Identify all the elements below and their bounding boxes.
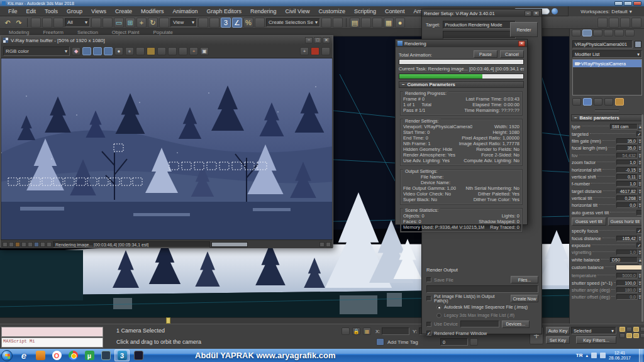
track-mouse-icon[interactable]: +	[189, 47, 198, 55]
clear-image-icon[interactable]	[157, 47, 166, 55]
orbit-icon[interactable]	[633, 333, 639, 338]
menu-item[interactable]: File	[4, 6, 22, 16]
frame-spinner-icon[interactable]	[470, 338, 478, 346]
absolute-mode-icon[interactable]: ▦	[363, 327, 371, 335]
use-pivot-center-icon[interactable]	[198, 18, 208, 28]
select-and-rotate-icon[interactable]: ↻	[148, 18, 158, 28]
menu-item[interactable]: Views	[87, 6, 111, 16]
parameter-value[interactable]: 1,0	[616, 181, 638, 187]
save-file-checkbox[interactable]	[426, 277, 431, 282]
parameter-value[interactable]: 0,268	[616, 195, 638, 201]
files-button[interactable]: Files...	[511, 276, 538, 283]
isolate-selection-icon[interactable]	[341, 327, 350, 335]
undo-icon[interactable]: ↶	[3, 18, 13, 28]
maxscript-mini-listener[interactable]: MAXScript Mi	[1, 337, 103, 348]
follow-mouse-icon[interactable]: +	[300, 47, 309, 55]
vfb-channel-dropdown[interactable]: RGB color ▾	[3, 47, 70, 56]
auto-key-button[interactable]: Auto Key	[546, 327, 570, 334]
vfb-expand-icon[interactable]	[319, 242, 325, 247]
curve-editor-icon[interactable]	[372, 18, 382, 28]
monochrome-icon[interactable]: ●	[125, 47, 134, 55]
menu-item[interactable]: Graph Editors	[202, 6, 246, 16]
red-channel-icon[interactable]	[82, 47, 91, 55]
macro-recorder-pane[interactable]	[1, 327, 103, 337]
basic-parameters-rollout[interactable]: − Basic parameters	[571, 114, 642, 121]
parameter-value[interactable]: 0,11	[616, 174, 638, 180]
pin-stack-icon[interactable]	[572, 98, 581, 106]
select-by-name-icon[interactable]	[103, 18, 113, 28]
window-maximize-button[interactable]	[624, 1, 632, 6]
percent-snap-icon[interactable]: %	[243, 18, 253, 28]
minimize-icon[interactable]: −	[525, 11, 531, 16]
network-icon[interactable]	[591, 353, 597, 358]
tab-modify[interactable]	[582, 30, 592, 36]
show-end-result-icon[interactable]	[583, 98, 592, 106]
select-and-scale-icon[interactable]	[159, 18, 169, 28]
reference-coordinate-dropdown[interactable]: View ▾	[170, 18, 197, 27]
panel-scrollbar[interactable]	[641, 114, 643, 322]
parameter-value[interactable]: 1,0	[616, 250, 638, 255]
graphite-ribbon-icon[interactable]	[361, 18, 371, 28]
vfb-folder-icon[interactable]	[15, 242, 20, 247]
autodesk-imsq-radio[interactable]	[436, 305, 441, 310]
stop-render-icon[interactable]	[311, 47, 319, 55]
internet-explorer[interactable]: e	[16, 349, 31, 361]
parameter-value[interactable]: 5000,0	[616, 273, 638, 278]
menu-item[interactable]: Tools	[40, 6, 62, 16]
blue-channel-icon[interactable]	[104, 47, 113, 55]
3ds-max-app[interactable]: 3	[114, 349, 130, 361]
vfb-titlebar[interactable]: V-Ray frame buffer - [50% of 1920 x 1080…	[1, 36, 333, 45]
panel-resize-handle[interactable]	[595, 109, 619, 111]
use-device-checkbox[interactable]	[426, 322, 431, 327]
parameter-value[interactable]: 100,0	[616, 280, 638, 286]
time-slider-handle[interactable]	[166, 317, 170, 324]
vfb-settings-icon[interactable]	[47, 242, 52, 247]
save-image-icon[interactable]	[136, 47, 145, 55]
menu-item[interactable]: Civil View	[281, 6, 314, 16]
start-button[interactable]	[1, 350, 13, 361]
tab-create[interactable]	[572, 30, 581, 36]
select-and-manipulate-icon[interactable]	[209, 18, 219, 28]
make-unique-icon[interactable]	[594, 98, 602, 106]
close-icon[interactable]: ✕	[518, 41, 525, 47]
show-desktop-button[interactable]	[639, 349, 643, 362]
menu-item[interactable]: Animation	[168, 6, 202, 16]
selection-lock-icon[interactable]: 🔒	[352, 327, 360, 335]
create-now-button[interactable]: Create Now	[511, 295, 538, 302]
render-setup-titlebar[interactable]: Render Setup: V-Ray Adv 3.40.01 − ✕	[422, 9, 541, 17]
tab-display[interactable]	[614, 30, 624, 36]
configure-modifier-sets-icon[interactable]	[615, 98, 624, 106]
vfb-stamp-icon[interactable]	[28, 242, 33, 247]
parameter-value[interactable]: 0,0	[616, 294, 638, 300]
menu-item[interactable]: Group	[62, 6, 87, 16]
tab-motion[interactable]	[604, 30, 613, 36]
opera-browser[interactable]: O	[49, 349, 64, 361]
devices-button[interactable]: Devices...	[502, 321, 530, 328]
utorrent[interactable]: µ	[82, 349, 97, 361]
device-field[interactable]	[460, 321, 499, 327]
options-icon[interactable]	[321, 47, 330, 55]
maximize-viewport-icon[interactable]	[640, 333, 644, 338]
spinner-snap-icon[interactable]	[255, 18, 265, 28]
menu-item[interactable]: Edit	[22, 6, 41, 16]
zoom-extents-all-icon[interactable]	[640, 327, 644, 332]
selection-filter-dropdown[interactable]: All ▾	[65, 18, 90, 27]
window-crossing-icon[interactable]: ⊞	[125, 18, 135, 28]
render-production-icon[interactable]	[620, 18, 630, 28]
action-center-icon[interactable]	[600, 353, 606, 358]
render-iterative-icon[interactable]	[631, 18, 641, 28]
cancel-button[interactable]: Cancel	[500, 50, 524, 58]
menu-item[interactable]: Create	[111, 6, 136, 16]
signin-icon[interactable]	[552, 8, 558, 14]
parameter-value[interactable]: D50	[610, 257, 638, 263]
material-editor-icon[interactable]: ●	[395, 18, 405, 28]
minimize-icon[interactable]: −	[305, 37, 313, 43]
redo-icon[interactable]: ↷	[14, 18, 24, 28]
zoom-icon[interactable]	[619, 327, 625, 332]
add-time-tag[interactable]: Add Time Tag	[387, 339, 418, 345]
tab-hierarchy[interactable]	[593, 30, 602, 36]
color-corrections-icon[interactable]: ◆	[72, 47, 80, 55]
parameter-value[interactable]: Still cam	[610, 124, 638, 129]
output-path-field[interactable]	[426, 285, 538, 293]
chrome-browser[interactable]	[65, 349, 80, 361]
